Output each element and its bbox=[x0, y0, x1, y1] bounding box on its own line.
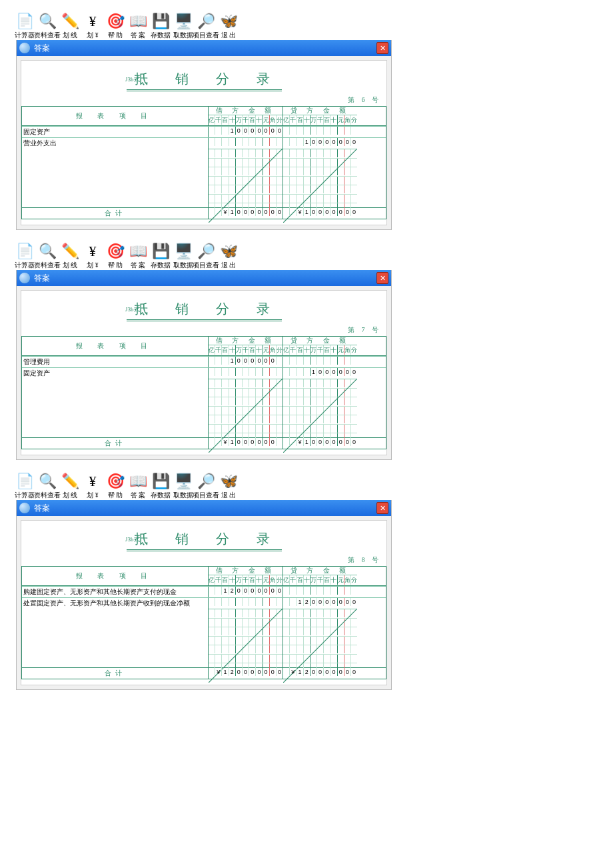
amount-cell bbox=[350, 397, 357, 405]
amount-cell bbox=[249, 185, 255, 193]
toolbar-button-资料查看[interactable]: 🔍资料查看 bbox=[36, 472, 59, 500]
debit-amount bbox=[208, 138, 283, 149]
toolbar-button-帮 助[interactable]: 🎯帮 助 bbox=[104, 472, 127, 500]
amount-cell bbox=[310, 425, 316, 433]
unit-cell: 十 bbox=[303, 575, 310, 585]
amount-cell bbox=[221, 185, 228, 193]
amount-cell bbox=[269, 598, 276, 606]
toolbar-button-存数据[interactable]: 💾存数据 bbox=[149, 12, 172, 40]
amount-cell bbox=[269, 368, 276, 376]
amount-cell bbox=[215, 185, 221, 193]
unit-cell: 百 bbox=[249, 345, 255, 355]
amount-cell bbox=[289, 598, 296, 606]
toolbar-button-取数据[interactable]: 🖥️取数据 bbox=[172, 12, 195, 40]
toolbar-button-计算器[interactable]: 📄计算器 bbox=[13, 242, 36, 270]
amount-cell bbox=[263, 149, 269, 157]
debit-total: ¥10000000 bbox=[208, 208, 283, 219]
toolbar-button-计算器[interactable]: 📄计算器 bbox=[13, 12, 36, 40]
amount-cell bbox=[249, 379, 255, 387]
toolbar-button-项目查看[interactable]: 🔎项目查看 bbox=[195, 242, 217, 270]
amount-cell bbox=[249, 425, 255, 433]
unit-cell: 分 bbox=[350, 345, 357, 355]
amount-cell bbox=[235, 389, 242, 397]
unit-cell: 百 bbox=[296, 115, 303, 125]
amount-cell bbox=[323, 415, 330, 423]
amount-cell: 0 bbox=[310, 138, 316, 146]
toolbar-button-资料查看[interactable]: 🔍资料查看 bbox=[36, 12, 59, 40]
toolbar-button-存数据[interactable]: 💾存数据 bbox=[149, 472, 172, 500]
toolbar-button-划 ¥[interactable]: ¥划 ¥ bbox=[81, 242, 104, 270]
amount-cell bbox=[269, 655, 276, 663]
amount-cell bbox=[215, 397, 221, 405]
toolbar-icon: 🔍 bbox=[38, 242, 57, 261]
toolbar-button-划 ¥[interactable]: ¥划 ¥ bbox=[81, 12, 104, 40]
amount-cell bbox=[310, 587, 316, 595]
amount-cell: 0 bbox=[235, 587, 242, 595]
toolbar-button-划 线[interactable]: ✏️划 线 bbox=[59, 472, 81, 500]
amount-cell bbox=[283, 167, 289, 175]
amount-cell bbox=[255, 627, 262, 635]
total-row: 合计¥120000000¥120000000 bbox=[22, 667, 386, 679]
toolbar-button-退 出[interactable]: 🦋退 出 bbox=[217, 472, 240, 500]
amount-cell bbox=[310, 609, 316, 617]
amount-cell bbox=[337, 627, 344, 635]
amount-cell bbox=[310, 185, 316, 193]
amount-cell: 0 bbox=[323, 368, 330, 376]
toolbar-button-资料查看[interactable]: 🔍资料查看 bbox=[36, 242, 59, 270]
unit-cell: 百 bbox=[323, 575, 330, 585]
item-cell: 管理费用 bbox=[22, 357, 208, 367]
toolbar: 📄计算器🔍资料查看✏️划 线¥划 ¥🎯帮 助📖答 案💾存数据🖥️取数据🔎项目查看… bbox=[0, 230, 613, 270]
amount-cell bbox=[289, 627, 296, 635]
amount-cell bbox=[289, 389, 296, 397]
amount-cell bbox=[221, 645, 228, 653]
amount-cell bbox=[303, 587, 310, 595]
toolbar-button-答 案[interactable]: 📖答 案 bbox=[127, 12, 149, 40]
close-icon[interactable]: ✕ bbox=[376, 272, 388, 284]
toolbar-button-划 ¥[interactable]: ¥划 ¥ bbox=[81, 472, 104, 500]
toolbar-button-项目查看[interactable]: 🔎项目查看 bbox=[195, 12, 217, 40]
amount-cell bbox=[344, 637, 350, 645]
amount-cell bbox=[330, 195, 336, 203]
toolbar-button-帮 助[interactable]: 🎯帮 助 bbox=[104, 242, 127, 270]
amount-cell bbox=[249, 167, 255, 175]
amount-cell bbox=[215, 587, 221, 595]
amount-cell: 0 bbox=[337, 368, 344, 376]
amount-cell bbox=[283, 668, 289, 676]
amount-cell bbox=[316, 379, 323, 387]
amount-cell bbox=[215, 138, 221, 146]
amount-cell bbox=[235, 627, 242, 635]
amount-cell bbox=[229, 177, 235, 185]
toolbar-icon: 📄 bbox=[15, 12, 34, 31]
amount-cell bbox=[249, 645, 255, 653]
amount-cell bbox=[221, 637, 228, 645]
amount-cell bbox=[242, 149, 249, 157]
toolbar-button-帮 助[interactable]: 🎯帮 助 bbox=[104, 12, 127, 40]
close-icon[interactable]: ✕ bbox=[376, 502, 388, 514]
amount-cell bbox=[283, 379, 289, 387]
toolbar-button-取数据[interactable]: 🖥️取数据 bbox=[172, 242, 195, 270]
close-icon[interactable]: ✕ bbox=[376, 42, 388, 54]
toolbar-button-答 案[interactable]: 📖答 案 bbox=[127, 242, 149, 270]
toolbar-button-取数据[interactable]: 🖥️取数据 bbox=[172, 472, 195, 500]
document-title: 抵 销 分 录 bbox=[127, 70, 282, 91]
amount-cell bbox=[350, 167, 357, 175]
toolbar-button-项目查看[interactable]: 🔎项目查看 bbox=[195, 472, 217, 500]
toolbar-button-划 线[interactable]: ✏️划 线 bbox=[59, 242, 81, 270]
amount-cell bbox=[255, 159, 262, 167]
amount-cell bbox=[289, 185, 296, 193]
toolbar-button-划 线[interactable]: ✏️划 线 bbox=[59, 12, 81, 40]
amount-cell bbox=[316, 357, 323, 365]
amount-cell bbox=[310, 619, 316, 627]
amount-cell bbox=[255, 407, 262, 415]
toolbar-button-答 案[interactable]: 📖答 案 bbox=[127, 472, 149, 500]
toolbar-button-存数据[interactable]: 💾存数据 bbox=[149, 242, 172, 270]
amount-cell bbox=[330, 645, 336, 653]
toolbar-button-退 出[interactable]: 🦋退 出 bbox=[217, 242, 240, 270]
unit-cell: 分 bbox=[276, 575, 283, 585]
toolbar-button-计算器[interactable]: 📄计算器 bbox=[13, 472, 36, 500]
amount-cell bbox=[209, 655, 215, 663]
toolbar-button-退 出[interactable]: 🦋退 出 bbox=[217, 12, 240, 40]
amount-cell bbox=[235, 609, 242, 617]
toolbar-label: 划 线 bbox=[63, 491, 78, 500]
amount-cell: 0 bbox=[337, 138, 344, 146]
